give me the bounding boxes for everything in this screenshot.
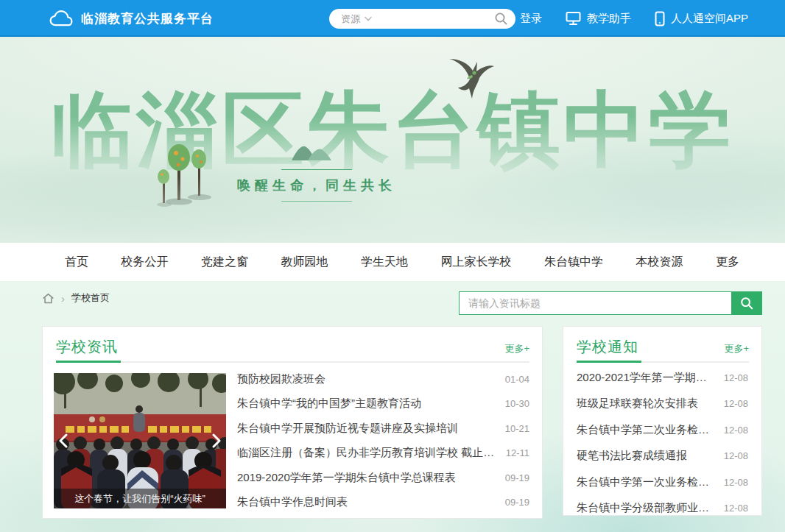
search-icon <box>739 296 754 311</box>
news-list: 预防校园欺凌班会 01-04 朱台镇中学“我的中国梦”主题教育活动 10-30 … <box>237 372 529 509</box>
content-area: › 学校首页 学校资讯 更多+ <box>0 281 785 532</box>
news-item-title: 朱台镇中学作息时间表 <box>237 495 348 509</box>
search-category-label: 资源 <box>341 13 360 26</box>
monitor-icon <box>566 11 581 26</box>
school-banner: 临淄区朱台镇中学 唤醒生命，同生共长 <box>0 37 785 243</box>
school-news-panel: 学校资讯 更多+ <box>42 326 543 519</box>
login-label: 登录 <box>520 12 542 26</box>
notice-list-item[interactable]: 班级足球联赛轮次安排表 12-08 <box>577 397 748 411</box>
swallow-icon <box>448 57 495 103</box>
trees-illustration <box>157 134 214 210</box>
notice-item-date: 12-08 <box>724 450 748 461</box>
news-more-link[interactable]: 更多+ <box>504 342 529 355</box>
news-panel-head: 学校资讯 更多+ <box>56 337 529 357</box>
nav-item[interactable]: 校务公开 <box>122 255 169 270</box>
notice-item-title: 班级足球联赛轮次安排表 <box>577 397 698 411</box>
notice-item-date: 12-08 <box>724 425 748 436</box>
notice-item-title: 朱台镇中学第二次业务检查的 <box>577 423 715 437</box>
main-nav: 首页 校务公开 党建之窗 教师园地 学生天地 网上家长学校 朱台镇中学 本校资源… <box>0 243 785 281</box>
breadcrumb-current: 学校首页 <box>71 291 110 305</box>
news-item-date: 12-11 <box>506 447 529 458</box>
chevron-down-icon <box>365 16 372 21</box>
nav-item[interactable]: 朱台镇中学 <box>544 255 603 270</box>
news-list-item[interactable]: 朱台镇中学开展预防近视专题讲座及实操培训 10-21 <box>237 422 529 436</box>
notice-more-link[interactable]: 更多+ <box>724 342 749 355</box>
news-item-date: 09-19 <box>505 472 529 483</box>
platform-name: 临淄教育公共服务平台 <box>81 10 214 27</box>
notice-item-title: 朱台镇中学第一次业务检查的 <box>577 475 715 489</box>
platform-logo[interactable]: 临淄教育公共服务平台 <box>49 0 214 37</box>
breadcrumb-separator-icon: › <box>61 293 65 304</box>
breadcrumb: › 学校首页 <box>42 291 110 305</box>
login-link[interactable]: 登录 <box>520 12 542 26</box>
nav-item[interactable]: 党建之窗 <box>201 255 248 270</box>
notice-item-title: 2020-2021学年第一学期足球 <box>577 371 715 385</box>
news-search <box>459 291 762 315</box>
notice-item-date: 12-08 <box>724 477 748 488</box>
teaching-assistant-link[interactable]: 教学助手 <box>566 11 631 26</box>
banner-slogan: 唤醒生命，同生共长 <box>221 169 412 202</box>
page: 临淄教育公共服务平台 资源 登录 <box>0 0 785 532</box>
notice-list-item[interactable]: 朱台镇中学第一次业务检查的 12-08 <box>577 475 748 489</box>
header-search: 资源 <box>329 9 515 29</box>
news-item-title: 预防校园欺凌班会 <box>237 372 325 386</box>
slogan-text: 唤醒生命，同生共长 <box>237 177 396 194</box>
nav-item[interactable]: 网上家长学校 <box>441 255 512 270</box>
news-item-title: 2019-2020学年第一学期朱台镇中学总课程表 <box>237 471 456 485</box>
chevron-right-icon <box>212 433 221 448</box>
notice-panel-title: 学校通知 <box>577 337 638 357</box>
teaching-assistant-label: 教学助手 <box>587 12 631 26</box>
notice-panel-divider <box>577 361 749 363</box>
slogan-top-line <box>281 169 352 170</box>
nav-item[interactable]: 教师园地 <box>281 255 328 270</box>
slogan-bottom-line <box>281 201 352 202</box>
news-search-button[interactable] <box>731 291 762 315</box>
news-list-item[interactable]: 2019-2020学年第一学期朱台镇中学总课程表 09-19 <box>237 471 529 485</box>
news-list-item[interactable]: 预防校园欺凌班会 01-04 <box>237 372 529 386</box>
notice-item-date: 12-08 <box>724 398 748 409</box>
chevron-left-icon <box>59 433 68 448</box>
carousel-caption: 这个春节，让我们告别“火药味” <box>54 489 226 508</box>
news-item-title: 临淄区注册（备案）民办非学历教育培训学校 截止2019 <box>237 446 497 460</box>
carousel-prev-button[interactable] <box>57 430 70 451</box>
news-panel-title: 学校资讯 <box>56 337 118 357</box>
home-icon[interactable] <box>42 292 54 305</box>
top-bar: 临淄教育公共服务平台 资源 登录 <box>0 0 785 37</box>
header-search-input[interactable] <box>372 13 494 24</box>
notice-item-date: 12-08 <box>724 503 748 514</box>
renrentong-app-link[interactable]: 人人通空间APP <box>655 11 748 26</box>
notice-list: 2020-2021学年第一学期足球 12-08 班级足球联赛轮次安排表 12-0… <box>577 371 748 515</box>
notice-list-item[interactable]: 朱台镇中学第二次业务检查的 12-08 <box>577 423 748 437</box>
header-search-button[interactable] <box>494 12 508 26</box>
search-icon <box>494 12 508 26</box>
notice-panel-head: 学校通知 更多+ <box>577 337 749 357</box>
nav-item[interactable]: 首页 <box>65 255 88 270</box>
school-notice-panel: 学校通知 更多+ 2020-2021学年第一学期足球 12-08 班级足球联赛轮… <box>563 326 762 516</box>
notice-list-item[interactable]: 硬笔书法比赛成绩通报 12-08 <box>577 449 748 463</box>
news-item-date: 01-04 <box>505 374 529 385</box>
news-item-date: 09-19 <box>505 497 529 508</box>
nav-item[interactable]: 本校资源 <box>636 255 683 270</box>
news-list-item[interactable]: 朱台镇中学作息时间表 09-19 <box>237 495 529 509</box>
notice-item-title: 硬笔书法比赛成绩通报 <box>577 449 687 463</box>
top-right-links: 登录 教学助手 人人通空间APP <box>520 0 748 37</box>
notice-item-date: 12-08 <box>724 372 748 383</box>
notice-list-item[interactable]: 朱台镇中学分级部教师业务展 12-08 <box>577 501 748 515</box>
news-item-title: 朱台镇中学开展预防近视专题讲座及实操培训 <box>237 422 458 436</box>
news-item-date: 10-21 <box>505 423 529 434</box>
news-item-date: 10-30 <box>505 398 529 409</box>
cloud-icon <box>49 9 74 28</box>
news-list-item[interactable]: 朱台镇中学“我的中国梦”主题教育活动 10-30 <box>237 397 529 411</box>
nav-item[interactable]: 学生天地 <box>361 255 408 270</box>
search-category-dropdown[interactable]: 资源 <box>341 13 372 26</box>
renrentong-app-label: 人人通空间APP <box>671 12 748 26</box>
mountain-illustration <box>290 140 333 162</box>
nav-item[interactable]: 更多 <box>716 255 739 270</box>
notice-list-item[interactable]: 2020-2021学年第一学期足球 12-08 <box>577 371 748 385</box>
news-list-item[interactable]: 临淄区注册（备案）民办非学历教育培训学校 截止2019 12-11 <box>237 446 529 460</box>
news-carousel[interactable]: 这个春节，让我们告别“火药味” <box>54 373 226 508</box>
news-item-title: 朱台镇中学“我的中国梦”主题教育活动 <box>237 397 421 411</box>
carousel-next-button[interactable] <box>210 430 223 451</box>
news-panel-divider <box>56 361 529 363</box>
news-search-input[interactable] <box>459 291 731 315</box>
